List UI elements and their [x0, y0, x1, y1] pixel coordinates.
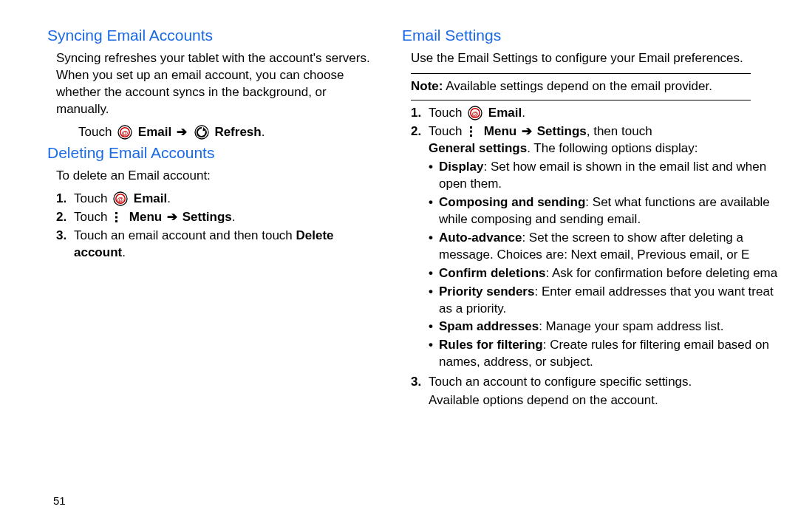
right-column: Email Settings Use the Email Settings to…	[402, 25, 786, 532]
svg-rect-7	[115, 212, 117, 214]
bullet-priority-senders: • Priority senders: Enter email addresse…	[429, 284, 786, 318]
bullet-icon: •	[429, 159, 439, 176]
bullet-icon: •	[429, 318, 439, 335]
settings-step-1: 1. Touch @ Email.	[411, 105, 786, 122]
touch-label: Touch	[74, 191, 111, 205]
general-settings-label: General settings	[429, 141, 527, 155]
touch-label: Touch	[74, 210, 111, 224]
bullet-label: Rules for filtering	[439, 338, 543, 352]
arrow-icon: ➔	[166, 209, 179, 226]
arrow-icon: ➔	[520, 123, 533, 140]
available-note: Available options depend on the account.	[411, 392, 786, 409]
step3-text: Touch an account to configure specific s…	[429, 374, 786, 391]
heading-syncing: Syncing Email Accounts	[47, 25, 381, 46]
note-label: Note:	[411, 79, 443, 93]
period: .	[232, 210, 236, 224]
settings-step-3: 3. Touch an account to configure specifi…	[411, 374, 786, 391]
note-block: Note: Available settings depend on the e…	[411, 78, 786, 95]
bullet-icon: •	[429, 230, 439, 247]
email-icon: @	[468, 106, 482, 120]
step2-tail: . The following options display:	[527, 141, 698, 155]
step-number: 2.	[411, 123, 429, 140]
period: .	[167, 191, 171, 205]
touch-label: Touch	[429, 106, 466, 120]
arrow-icon: ➔	[175, 124, 188, 141]
svg-text:@: @	[117, 195, 124, 202]
avail-text: Available options depend on the account.	[429, 392, 786, 409]
bullet-confirm-deletions: • Confirm deletions: Ask for confirmatio…	[429, 265, 786, 282]
delete-step-3: 3. Touch an email account and then touch…	[56, 228, 381, 262]
bullet-display: • Display: Set how email is shown in the…	[429, 159, 786, 193]
bullet-text: : Ask for confirmation before deleting e…	[546, 266, 778, 280]
bullet-composing: • Composing and sending: Set what functi…	[429, 194, 786, 228]
step-number: 1.	[411, 105, 429, 122]
email-icon: @	[113, 191, 128, 206]
delete-intro: To delete an Email account:	[56, 168, 381, 185]
svg-rect-9	[115, 220, 117, 222]
period: .	[122, 245, 126, 259]
sync-instruction: Touch @ Email ➔ Refresh.	[78, 124, 381, 141]
refresh-label: Refresh	[214, 125, 261, 139]
settings-label: Settings	[183, 210, 232, 224]
bullet-icon: •	[429, 194, 439, 211]
svg-rect-13	[470, 126, 472, 129]
divider	[411, 73, 751, 74]
bullet-icon: •	[429, 284, 439, 301]
delete-step-2: 2. Touch Menu ➔ Settings.	[56, 209, 381, 226]
email-icon: @	[117, 125, 132, 140]
heading-email-settings: Email Settings	[402, 25, 786, 46]
period: .	[262, 125, 265, 139]
bullet-icon: •	[429, 265, 439, 282]
svg-rect-15	[470, 134, 472, 137]
svg-rect-14	[470, 130, 472, 132]
period: .	[522, 106, 525, 120]
page-number: 51	[53, 494, 66, 507]
email-label: Email	[488, 106, 522, 120]
step-number: 1.	[56, 191, 74, 208]
sync-body: Syncing refreshes your tablet with the a…	[56, 50, 381, 118]
settings-intro: Use the Email Settings to configure your…	[411, 50, 786, 67]
bullet-label: Display	[439, 160, 483, 174]
step-number: 3.	[411, 374, 429, 391]
svg-text:@: @	[472, 109, 479, 117]
bullet-icon: •	[429, 337, 439, 354]
settings-step-2: 2. Touch Menu ➔ Settings, then touch Gen…	[411, 123, 786, 157]
delete-step-1: 1. Touch @ Email.	[56, 191, 381, 208]
manual-page: Syncing Email Accounts Syncing refreshes…	[0, 0, 798, 532]
step-number: 3.	[56, 228, 74, 245]
bullet-spam: • Spam addresses: Manage your spam addre…	[429, 318, 786, 335]
bullet-label: Spam addresses	[439, 319, 539, 333]
step3-text-a: Touch an email account and then touch	[74, 228, 296, 242]
note-text: Available settings depend on the email p…	[443, 79, 712, 93]
email-label: Email	[134, 191, 167, 205]
bullet-label: Priority senders	[439, 284, 534, 299]
touch-label: Touch	[429, 124, 466, 138]
bullet-auto-advance: • Auto-advance: Set the screen to show a…	[429, 230, 786, 264]
step-number: 2.	[56, 209, 74, 226]
bullet-text: : Manage your spam address list.	[539, 319, 723, 333]
left-column: Syncing Email Accounts Syncing refreshes…	[47, 25, 402, 532]
menu-label: Menu	[484, 124, 516, 138]
heading-deleting: Deleting Email Accounts	[47, 143, 381, 163]
bullet-rules: • Rules for filtering: Create rules for …	[429, 337, 786, 371]
bullet-label: Composing and sending	[439, 195, 585, 209]
bullet-label: Confirm deletions	[439, 266, 546, 280]
svg-rect-8	[115, 216, 117, 218]
menu-icon	[113, 211, 123, 224]
settings-label: Settings	[537, 124, 587, 138]
refresh-icon	[194, 125, 209, 140]
bullet-text: : Set how email is shown in the email li…	[439, 160, 766, 191]
bullet-label: Auto-advance	[439, 231, 522, 245]
touch-label: Touch	[78, 125, 115, 139]
then-text: , then touch	[587, 124, 652, 138]
svg-text:@: @	[122, 129, 129, 136]
menu-icon	[468, 125, 478, 138]
email-label: Email	[138, 125, 171, 139]
divider	[411, 100, 751, 100]
menu-label: Menu	[129, 210, 162, 224]
